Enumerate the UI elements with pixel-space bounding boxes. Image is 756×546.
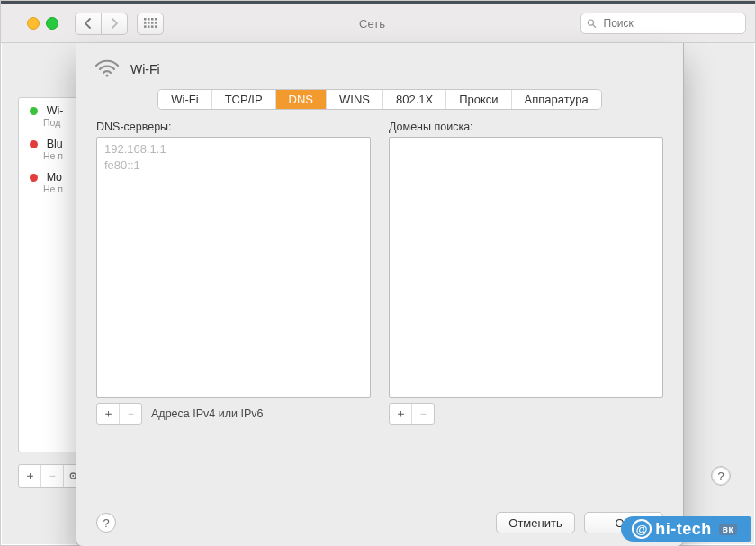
- svg-rect-2: [151, 18, 154, 21]
- svg-rect-11: [155, 25, 157, 28]
- wifi-icon: [94, 58, 120, 80]
- dns-entry[interactable]: 192.168.1.1: [104, 141, 363, 157]
- svg-rect-8: [144, 25, 147, 28]
- watermark-badge: вк: [719, 524, 737, 535]
- status-dot-icon: [30, 107, 38, 115]
- svg-point-15: [72, 475, 74, 477]
- traffic-lights: [10, 17, 58, 30]
- add-service-button[interactable]: ＋: [19, 465, 40, 487]
- dns-add-remove: ＋ －: [96, 403, 142, 425]
- sidebar-item-label: Blu: [47, 138, 63, 150]
- tab-tcpip[interactable]: TCP/IP: [212, 90, 276, 109]
- svg-rect-4: [144, 22, 147, 24]
- domains-remove-button[interactable]: －: [411, 404, 434, 424]
- dns-list-label: DNS-серверы:: [96, 121, 371, 133]
- sheet-title: Wi-Fi: [130, 62, 160, 76]
- svg-rect-3: [155, 18, 157, 21]
- dns-list[interactable]: 192.168.1.1fe80::1: [96, 137, 371, 398]
- tab-[interactable]: Прокси: [446, 90, 511, 109]
- svg-rect-6: [151, 22, 154, 24]
- back-button[interactable]: [75, 13, 102, 35]
- minimize-icon[interactable]: [27, 17, 40, 30]
- remove-service-button[interactable]: －: [40, 465, 63, 487]
- svg-rect-10: [151, 25, 154, 28]
- at-icon: @: [632, 519, 652, 539]
- svg-rect-9: [148, 25, 150, 28]
- window-title: Сеть: [173, 17, 572, 31]
- dns-add-button[interactable]: ＋: [97, 404, 119, 424]
- status-dot-icon: [30, 140, 38, 148]
- nav-back-forward: [75, 13, 128, 35]
- cancel-button[interactable]: Отменить: [496, 512, 575, 533]
- preferences-body: Wi- Под Blu Не п Mo Не п ＋ －: [2, 43, 754, 544]
- domains-add-button[interactable]: ＋: [390, 404, 411, 424]
- tab-8021x[interactable]: 802.1X: [383, 90, 446, 109]
- svg-rect-0: [144, 18, 147, 21]
- watermark: @ hi-tech вк: [621, 516, 752, 542]
- svg-rect-1: [148, 18, 150, 21]
- svg-rect-5: [148, 22, 150, 24]
- help-button[interactable]: ?: [711, 466, 731, 486]
- domains-list-label: Домены поиска:: [389, 121, 663, 133]
- close-icon[interactable]: [10, 18, 21, 29]
- sidebar-item-label: Wi-: [47, 104, 64, 117]
- dns-remove-button[interactable]: －: [119, 404, 141, 424]
- svg-point-12: [588, 20, 593, 25]
- watermark-text: hi-tech: [655, 520, 712, 539]
- dns-hint: Адреса IPv4 или IPv6: [151, 407, 263, 420]
- tab-wifi[interactable]: Wi-Fi: [158, 90, 212, 109]
- tab-bar: Wi-FiTCP/IPDNSWINS802.1XПроксиАппаратура: [76, 89, 683, 121]
- tab-dns[interactable]: DNS: [276, 90, 327, 109]
- dns-entry[interactable]: fe80::1: [104, 157, 363, 174]
- search-icon: [587, 18, 597, 29]
- svg-point-16: [105, 74, 108, 76]
- domains-add-remove: ＋ －: [389, 403, 435, 425]
- window-toolbar: Сеть: [1, 4, 755, 43]
- sheet-help-button[interactable]: ?: [96, 513, 116, 533]
- search-field[interactable]: [580, 13, 746, 34]
- status-dot-icon: [30, 174, 38, 182]
- dns-sheet: Wi-Fi Wi-FiTCP/IPDNSWINS802.1XПроксиАппа…: [76, 43, 684, 546]
- maximize-icon[interactable]: [46, 17, 58, 30]
- svg-line-13: [593, 25, 596, 28]
- tab-wins[interactable]: WINS: [327, 90, 383, 109]
- domains-list[interactable]: [389, 137, 663, 398]
- search-input[interactable]: [602, 16, 740, 31]
- tab-[interactable]: Аппаратура: [512, 90, 601, 109]
- grid-button[interactable]: [137, 13, 164, 35]
- forward-button[interactable]: [102, 13, 128, 35]
- svg-rect-7: [155, 22, 157, 24]
- sidebar-item-label: Mo: [47, 171, 62, 183]
